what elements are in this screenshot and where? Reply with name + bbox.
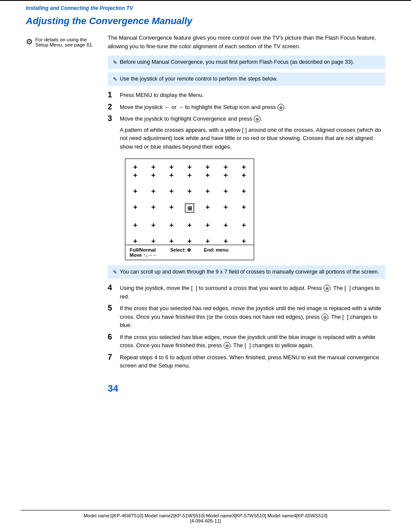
step-3-number: 3 (108, 115, 116, 122)
page: Installing and Connecting the Projection… (0, 0, 411, 532)
cross-cell: + (218, 221, 233, 229)
cross-cell: + (128, 203, 143, 213)
cross-cell: + (128, 221, 143, 229)
cross-cell: + (200, 221, 215, 229)
steps-4-7: 4 Using the joystick, move the [ ] to su… (108, 284, 385, 370)
cross-cell: ++ (237, 163, 251, 179)
note-text-3: You can scroll up and down through the 9… (120, 269, 379, 275)
cross-cell: ++ (146, 163, 161, 179)
cross-cell: + (237, 221, 251, 229)
row-gap (128, 197, 251, 201)
step-1-text: Press MENU to display the Menu. (120, 91, 204, 100)
cross-cell: + (237, 237, 251, 245)
step-5-number: 5 (108, 304, 116, 312)
row-gap (128, 231, 251, 235)
note-text-2: Use the joystick of your remote control … (120, 76, 277, 82)
footer-divider (21, 510, 391, 510)
step-3-text: Move the joystick to highlight Convergen… (120, 115, 385, 153)
note-icon-3: ✎ (113, 269, 117, 275)
cross-cell: + (164, 237, 179, 245)
step-5-text: If the cross that you selected has red e… (120, 304, 385, 330)
page-footer: Model name1[KP-46WT510] Model name2[KP-5… (0, 510, 411, 523)
note-box-2: ✎ Use the joystick of your remote contro… (108, 72, 385, 86)
steps-1-3: 1 Press MENU to display the Menu. 2 Move… (108, 91, 385, 153)
note-box-3: ✎ You can scroll up and down through the… (108, 265, 385, 279)
cross-cell: + (237, 187, 251, 195)
top-border (0, 0, 411, 1)
cross-cell: + (164, 221, 179, 229)
cross-cell: + (182, 187, 197, 195)
row-gap (128, 181, 251, 185)
step-2: 2 Move the joystick ← or → to highlight … (108, 103, 385, 112)
cross-cell: + (218, 187, 233, 195)
main-layout: ⚙ For details on using the Setup Menu, s… (26, 34, 385, 394)
footer-model-text: Model name1[KP-46WT510] Model name2[KP-5… (0, 513, 411, 518)
selected-cross-icon: ⊞ (185, 203, 194, 213)
right-column: The Manual Convergence feature gives you… (108, 34, 385, 394)
cross-footer-move: Full/Normal Move ↑↓→← (130, 247, 157, 258)
cross-cell: + (164, 187, 179, 195)
step-3-detail: A pattern of white crosses appears, with… (120, 126, 385, 151)
cross-cell: ++ (164, 163, 179, 179)
cross-cell: ++ (200, 163, 215, 179)
step-6-number: 6 (108, 333, 116, 341)
step-6: 6 If the cross you selected has blue edg… (108, 333, 385, 350)
footer-code: [4-094-605-11] (0, 518, 411, 523)
cross-cell: + (128, 237, 143, 245)
step-2-number: 2 (108, 103, 116, 111)
left-column: ⚙ For details on using the Setup Menu, s… (26, 34, 99, 394)
cross-cell: + (146, 237, 161, 245)
note-icon-1: ✎ (113, 59, 117, 65)
cross-cell: + (146, 187, 161, 195)
intro-text: The Manual Convergence feature gives you… (108, 34, 385, 50)
cross-footer-end: End: menu (204, 247, 228, 258)
note-text-1: Before using Manual Convergence, you mus… (120, 59, 354, 65)
cross-cell: + (146, 203, 161, 213)
step-2-text: Move the joystick ← or → to highlight th… (120, 103, 286, 112)
step-3: 3 Move the joystick to highlight Converg… (108, 115, 385, 153)
cross-cell: + (128, 187, 143, 195)
content-area: Installing and Connecting the Projection… (0, 5, 411, 425)
cross-cell: + (182, 221, 197, 229)
cross-cell: ++ (218, 163, 233, 179)
gear-icon: ⚙ (26, 37, 33, 47)
page-title: Adjusting the Convergence Manually (26, 16, 385, 27)
cross-diagram: ++ ++ ++ ++ ++ ++ ++ + + + + (125, 159, 254, 260)
step-4-text: Using the joystick, move the [ ] to surr… (120, 284, 385, 301)
cross-cell: + (218, 203, 233, 213)
cross-cell: ++ (182, 163, 197, 179)
cross-footer: Full/Normal Move ↑↓→← Select: ⊕ End: men… (125, 245, 254, 260)
note-icon-2: ✎ (113, 76, 117, 82)
sidebar-note: ⚙ For details on using the Setup Menu, s… (26, 37, 99, 47)
sidebar-note-text: For details on using the Setup Menu, see… (35, 37, 99, 47)
cross-cell: ++ (128, 163, 143, 179)
row-gap (128, 215, 251, 219)
step-5: 5 If the cross that you selected has red… (108, 304, 385, 330)
step-4-number: 4 (108, 284, 116, 292)
step-6-text: If the cross you selected has blue edges… (120, 333, 385, 350)
cross-cell: + (182, 237, 197, 245)
cross-cell: + (200, 203, 215, 213)
step-1: 1 Press MENU to display the Menu. (108, 91, 385, 100)
cross-footer-select: Select: ⊕ (170, 247, 191, 258)
cross-cell: + (164, 203, 179, 213)
cross-cell: + (200, 187, 215, 195)
cross-cell: + (146, 221, 161, 229)
step-1-number: 1 (108, 91, 116, 99)
cross-cell: + (200, 237, 215, 245)
breadcrumb: Installing and Connecting the Projection… (26, 5, 385, 11)
cross-cell: + (237, 203, 251, 213)
step-7-text: Repeat steps 4 to 6 to adjust other cros… (120, 353, 385, 370)
page-number: 34 (108, 383, 385, 394)
cross-cell-selected: ⊞ (182, 203, 197, 213)
step-7-number: 7 (108, 353, 116, 361)
step-7: 7 Repeat steps 4 to 6 to adjust other cr… (108, 353, 385, 370)
step-4: 4 Using the joystick, move the [ ] to su… (108, 284, 385, 301)
note-box-1: ✎ Before using Manual Convergence, you m… (108, 56, 385, 69)
cross-cell: + (218, 237, 233, 245)
cross-grid: ++ ++ ++ ++ ++ ++ ++ + + + + (125, 159, 254, 245)
